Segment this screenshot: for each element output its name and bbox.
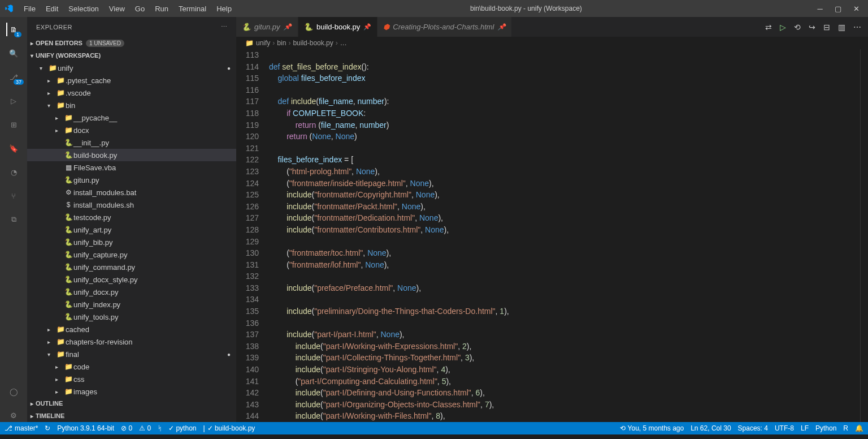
tree-item[interactable]: ▸📁chapters-for-revision: [27, 335, 236, 348]
tree-item[interactable]: 🐍unify_bib.py: [27, 236, 236, 248]
tree-item[interactable]: 🐍unify_docx.py: [27, 286, 236, 298]
line-gutter: 1131141151161171181191201211221231241251…: [236, 49, 269, 422]
tree-item[interactable]: ▦FileSave.vba: [27, 161, 236, 174]
tree-item[interactable]: ▸📁.pytest_cache: [27, 74, 236, 87]
extensions-icon[interactable]: ⊞: [7, 118, 20, 131]
tree-item[interactable]: ▾📁unify●: [27, 62, 236, 74]
window-controls: ─ ▢ ✕: [816, 5, 860, 12]
more-icon[interactable]: ⋯: [221, 23, 228, 31]
python-env-status[interactable]: Python 3.9.1 64-bit: [57, 424, 114, 432]
tree-item[interactable]: 🐍unify_index.py: [27, 298, 236, 311]
timeline-section[interactable]: ▸TIMELINE: [27, 410, 236, 422]
tab-gitun.py[interactable]: 🐍gitun.py📌: [236, 17, 298, 37]
warnings-status[interactable]: ⚠ 0: [139, 424, 151, 432]
run-icon[interactable]: ▷: [780, 23, 786, 32]
tree-item[interactable]: $install_modules.sh: [27, 199, 236, 211]
tree-item[interactable]: 🐍__init__.py: [27, 136, 236, 149]
sync-status[interactable]: ↻: [45, 424, 50, 432]
tree-item[interactable]: 🐍gitun.py: [27, 174, 236, 186]
layout-icon[interactable]: ▥: [838, 23, 845, 32]
files-badge: 1: [14, 32, 21, 37]
split-right-icon[interactable]: ⊟: [823, 23, 830, 32]
tab-build-book.py[interactable]: 🐍build-book.py📌: [298, 17, 377, 37]
cursor-position[interactable]: Ln 62, Col 30: [691, 424, 731, 432]
tree-item[interactable]: 🐍unify_art.py: [27, 223, 236, 236]
run-debug-icon[interactable]: ▷: [7, 94, 20, 107]
tree-item[interactable]: ▸📁images: [27, 385, 236, 397]
search-icon[interactable]: 🔍: [7, 46, 20, 60]
notifications-icon[interactable]: 🔔: [855, 424, 863, 432]
maximize-icon[interactable]: ▢: [834, 5, 842, 12]
open-editors-section[interactable]: ▸OPEN EDITORS 1 UNSAVED: [27, 37, 236, 49]
tree-item[interactable]: 🐍build-book.py: [27, 149, 236, 161]
tree-item[interactable]: ⚙install_modules.bat: [27, 186, 236, 199]
git-blame[interactable]: ⟲ You, 5 months ago: [620, 424, 684, 432]
more-icon[interactable]: ⋯: [853, 23, 861, 32]
indentation[interactable]: Spaces: 4: [738, 424, 768, 432]
settings-gear-icon[interactable]: ⚙: [7, 408, 20, 422]
crumb[interactable]: bin: [277, 39, 286, 47]
minimap[interactable]: [860, 49, 868, 422]
file-tree: ▾📁unify●▸📁.pytest_cache▸📁.vscode▾📁bin▸📁_…: [27, 62, 236, 397]
tree-item[interactable]: ▸📁cached: [27, 323, 236, 335]
compare-icon[interactable]: ⇄: [765, 23, 772, 32]
tab-actions: ⇄ ▷ ⟲ ↪ ⊟ ▥ ⋯: [758, 17, 868, 37]
eol[interactable]: LF: [801, 424, 809, 432]
workspace-section[interactable]: ▾UNIFY (WORKSPACE): [27, 49, 236, 62]
tree-item[interactable]: 🐍unify_capture.py: [27, 248, 236, 261]
crumb[interactable]: …: [340, 39, 347, 47]
menu-edit[interactable]: Edit: [41, 2, 63, 15]
timeline-icon[interactable]: ◔: [7, 165, 20, 179]
tree-item[interactable]: ▾📁bin: [27, 99, 236, 111]
crumb[interactable]: unify: [256, 39, 270, 47]
check-file[interactable]: | ✓ build-book.py: [203, 424, 255, 432]
step-icon[interactable]: ↪: [809, 23, 815, 32]
check-python[interactable]: ✓ python: [168, 424, 196, 432]
tree-item[interactable]: 🐍testcode.py: [27, 211, 236, 223]
tree-item[interactable]: ▸📁__pycache__: [27, 111, 236, 124]
feedback-icon[interactable]: R: [843, 424, 848, 432]
menu-bar: FileEditSelectionViewGoRunTerminalHelp: [19, 2, 236, 15]
tree-item[interactable]: ▸📁.vscode: [27, 87, 236, 99]
encoding[interactable]: UTF-8: [775, 424, 794, 432]
tree-item[interactable]: ▾📁final●: [27, 348, 236, 360]
explorer-sidebar: EXPLORER ⋯ ▸OPEN EDITORS 1 UNSAVED ▾UNIF…: [27, 17, 236, 422]
tab-Creating-Plots-and-Charts.html[interactable]: ⬢Creating-Plots-and-Charts.html📌: [377, 17, 511, 37]
crumb[interactable]: build-book.py: [293, 39, 333, 47]
activity-bar: 🗎1 🔍 ⎇37 ▷ ⊞ 🔖 ◔ ⑂ ⧉ ◯ ⚙: [0, 17, 27, 422]
menu-run[interactable]: Run: [150, 2, 173, 15]
menu-file[interactable]: File: [19, 2, 40, 15]
terminal-icon[interactable]: ⧉: [7, 213, 20, 226]
tree-item[interactable]: 🐍unify_tools.py: [27, 311, 236, 323]
editor-tabs: 🐍gitun.py📌🐍build-book.py📌⬢Creating-Plots…: [236, 17, 868, 37]
window-title: bin\build-book.py - unify (Workspace): [236, 5, 816, 12]
scm-badge: 37: [14, 79, 24, 85]
debug-restart-icon[interactable]: ⟲: [794, 23, 801, 32]
status-bar: ⎇ master* ↻ Python 3.9.1 64-bit ⊘ 0 ⚠ 0 …: [0, 422, 868, 434]
menu-go[interactable]: Go: [131, 2, 149, 15]
tree-item[interactable]: 🐍unify_docx_style.py: [27, 273, 236, 286]
errors-status[interactable]: ⊘ 0: [121, 424, 132, 432]
flash-status[interactable]: ᛋ: [158, 424, 162, 432]
language-mode[interactable]: Python: [815, 424, 836, 432]
tree-item[interactable]: ▸📁docx: [27, 124, 236, 136]
tree-item[interactable]: ▸📁css: [27, 373, 236, 385]
breadcrumb[interactable]: 📁 unify›bin›build-book.py›…: [236, 37, 868, 49]
menu-help[interactable]: Help: [212, 2, 236, 15]
code-editor[interactable]: 1131141151161171181191201211221231241251…: [236, 49, 868, 422]
vscode-logo-icon: [5, 4, 14, 13]
tree-item[interactable]: ▸📁code: [27, 360, 236, 373]
outline-section[interactable]: ▸OUTLINE: [27, 397, 236, 410]
menu-terminal[interactable]: Terminal: [174, 2, 211, 15]
close-icon[interactable]: ✕: [852, 5, 860, 12]
menu-view[interactable]: View: [105, 2, 129, 15]
tree-item[interactable]: 🐍unify_command.py: [27, 261, 236, 273]
git-graph-icon[interactable]: ⑂: [7, 189, 20, 203]
title-bar: FileEditSelectionViewGoRunTerminalHelp b…: [0, 0, 868, 17]
bookmark-icon[interactable]: 🔖: [7, 141, 20, 155]
git-branch-status[interactable]: ⎇ master*: [5, 424, 38, 432]
account-icon[interactable]: ◯: [7, 385, 20, 398]
code-lines[interactable]: def set_files_before_index(): global fil…: [269, 49, 860, 422]
menu-selection[interactable]: Selection: [64, 2, 103, 15]
minimize-icon[interactable]: ─: [816, 5, 824, 12]
